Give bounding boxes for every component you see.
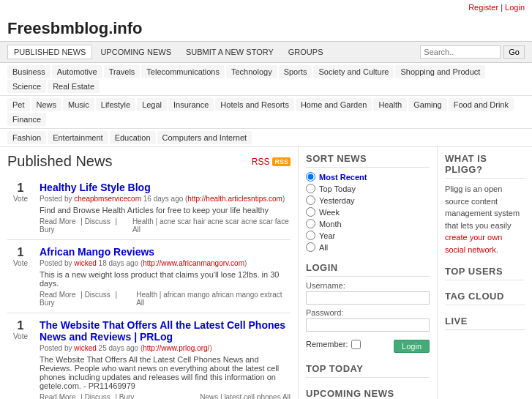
cat-lifestyle[interactable]: Lifestyle: [96, 98, 135, 111]
remember-checkbox[interactable]: [351, 340, 361, 349]
action-link[interactable]: Bury: [40, 225, 55, 234]
content-area: Published News RSS RSS 1VoteHealthy Life…: [0, 147, 532, 399]
cat-automotive[interactable]: Automotive: [52, 65, 102, 78]
remember-label: Remember:: [306, 340, 348, 348]
sort-radio-top_today[interactable]: [306, 184, 315, 193]
cat-entertainment[interactable]: Entertainment: [48, 131, 108, 144]
sort-label-yesterday[interactable]: Yesterday: [319, 196, 355, 205]
news-desc: Find and Browse Health Articles for free…: [40, 206, 291, 215]
cat-business[interactable]: Business: [7, 65, 50, 78]
top-today-section: TOP TODAY: [306, 363, 430, 378]
search-input[interactable]: [420, 45, 501, 59]
source-link[interactable]: http://www.prlog.org/: [143, 344, 209, 352]
login-link[interactable]: Login: [505, 3, 525, 12]
username-input[interactable]: [306, 291, 430, 305]
action-link[interactable]: Bury: [40, 299, 55, 307]
author-link[interactable]: wicked: [74, 259, 97, 267]
cat-food-and-drink[interactable]: Food and Drink: [449, 98, 514, 111]
cat-real-estate[interactable]: Real Estate: [48, 80, 100, 93]
action-link[interactable]: Read More: [40, 291, 75, 299]
cat-finance[interactable]: Finance: [7, 113, 46, 126]
category-row-3: FashionEntertainmentEducationComputers a…: [0, 129, 532, 147]
sort-label-all[interactable]: All: [319, 243, 328, 252]
cat-education[interactable]: Education: [110, 131, 156, 144]
news-title-link[interactable]: The Website That Offers All the Latest C…: [40, 319, 285, 343]
category-row-2: PetNewsMusicLifestyleLegalInsuranceHotel…: [0, 96, 532, 129]
source-link[interactable]: http://health.articlesntips.com: [187, 195, 282, 203]
news-item: 1VoteThe Website That Offers All the Lat…: [7, 313, 291, 399]
cat-gaming[interactable]: Gaming: [408, 98, 447, 111]
cat-science[interactable]: Science: [7, 80, 46, 93]
social-network-link[interactable]: create your own social network: [445, 233, 502, 254]
action-link[interactable]: Bury: [119, 393, 135, 399]
author-link[interactable]: wicked: [74, 344, 97, 352]
live-title: LIVE: [445, 316, 525, 330]
cat-pet[interactable]: Pet: [7, 98, 30, 111]
cat-home-and-garden[interactable]: Home and Garden: [296, 98, 372, 111]
source-link[interactable]: http://www.africanmangorv.com: [143, 259, 244, 267]
rss-label: RSS: [252, 157, 270, 167]
cat-computers-and-internet[interactable]: Computers and Internet: [157, 131, 252, 144]
action-link[interactable]: Discuss: [85, 393, 110, 399]
sidebar: SORT NEWS Most RecentTop TodayYesterdayW…: [298, 147, 437, 399]
cat-travels[interactable]: Travels: [104, 65, 141, 78]
news-title-link[interactable]: Healthy Life Style Blog: [40, 182, 151, 193]
nav-groups[interactable]: GROUPS: [282, 45, 330, 59]
sort-radio-all[interactable]: [306, 242, 315, 252]
cat-hotels-and-resorts[interactable]: Hotels and Resorts: [215, 98, 294, 111]
action-link[interactable]: Discuss: [85, 291, 110, 299]
vote-label: Vote: [7, 332, 34, 340]
cat-fashion[interactable]: Fashion: [7, 131, 46, 144]
action-link[interactable]: Discuss: [85, 217, 110, 225]
login-button[interactable]: Login: [394, 340, 430, 353]
sort-option-top_today: Top Today: [306, 184, 430, 193]
cat-society-and-culture[interactable]: Society and Culture: [313, 65, 394, 78]
news-item: 1VoteHealthy Life Style BlogPosted by ch…: [7, 176, 291, 240]
sort-radio-most_recent[interactable]: [306, 172, 315, 182]
sort-option-week: Week: [306, 207, 430, 217]
password-input[interactable]: [306, 318, 430, 332]
vote-label: Vote: [7, 259, 34, 267]
search-button[interactable]: Go: [503, 45, 525, 59]
sort-label-most_recent[interactable]: Most Recent: [319, 173, 367, 182]
cat-health[interactable]: Health: [373, 98, 407, 111]
news-body: Healthy Life Style BlogPosted by cheapbm…: [40, 182, 291, 234]
top-today-title: TOP TODAY: [306, 363, 430, 378]
sort-label-top_today[interactable]: Top Today: [319, 184, 356, 193]
news-title-link[interactable]: African Mango Reviews: [40, 246, 154, 258]
what-is-section: WHAT IS PLIGG? Pligg is an open source c…: [445, 153, 525, 256]
tag-cloud-section: TAG CLOUD: [445, 291, 525, 305]
cat-shopping-and-product[interactable]: Shopping and Product: [395, 65, 485, 78]
what-is-text: Pligg is an open source content manageme…: [445, 183, 525, 256]
rss-area: RSS RSS: [252, 157, 291, 167]
sort-radio-year[interactable]: [306, 231, 315, 240]
news-title: African Mango Reviews: [40, 246, 291, 258]
sort-title: SORT NEWS: [306, 153, 430, 168]
cat-news[interactable]: News: [31, 98, 62, 111]
upcoming-section: UPCOMING NEWS: [306, 388, 430, 399]
sort-radio-week[interactable]: [306, 207, 315, 217]
sort-radio-yesterday[interactable]: [306, 195, 315, 205]
nav-submit-story[interactable]: SUBMIT A NEW STORY: [179, 45, 280, 59]
news-meta: Posted by cheapbmservicecom 16 days ago …: [40, 195, 291, 203]
cat-music[interactable]: Music: [63, 98, 94, 111]
sort-label-year[interactable]: Year: [319, 231, 335, 240]
action-link[interactable]: Read More: [40, 217, 75, 225]
live-section: LIVE: [445, 316, 525, 330]
news-desc: This is a new weight loss product that c…: [40, 270, 291, 288]
sort-label-month[interactable]: Month: [319, 220, 342, 228]
cat-technology[interactable]: Technology: [226, 65, 277, 78]
sort-radio-month[interactable]: [306, 219, 315, 228]
nav-published-news[interactable]: PUBLISHED NEWS: [7, 45, 92, 59]
cat-legal[interactable]: Legal: [137, 98, 167, 111]
action-link[interactable]: Read More: [40, 393, 75, 399]
cat-telecommunications[interactable]: Telecommunications: [141, 65, 225, 78]
sort-option-yesterday: Yesterday: [306, 195, 430, 205]
nav-upcoming-news[interactable]: UPCOMING NEWS: [94, 45, 178, 59]
action-links: Read More | Discuss | Bury: [40, 393, 137, 399]
cat-insurance[interactable]: Insurance: [168, 98, 214, 111]
cat-sports[interactable]: Sports: [279, 65, 312, 78]
sort-label-week[interactable]: Week: [319, 208, 340, 217]
author-link[interactable]: cheapbmservicecom: [74, 195, 141, 203]
register-link[interactable]: Register: [468, 3, 498, 12]
